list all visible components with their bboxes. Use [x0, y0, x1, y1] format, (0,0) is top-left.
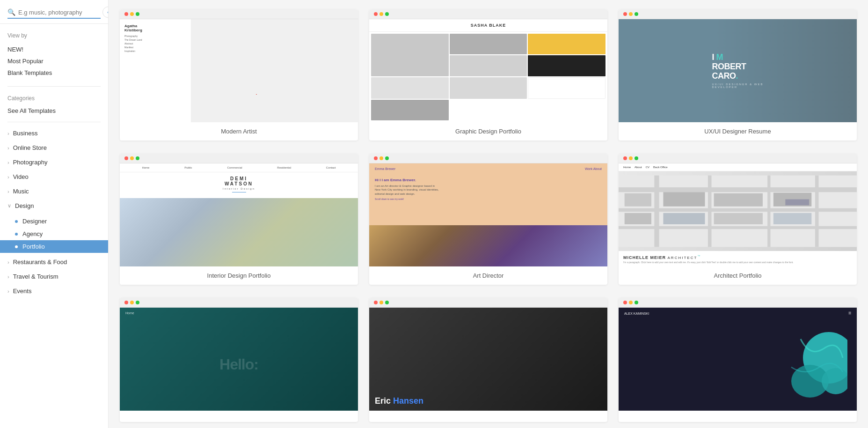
emma-intro-name: Hi I I am Emma Brewer. — [375, 178, 602, 182]
interior-name-block: DEMIWATSON Interior Design — [120, 172, 358, 198]
divider-1 — [7, 86, 101, 87]
gd-cell-8 — [528, 77, 605, 99]
browser-dot-yellow — [629, 12, 633, 16]
nav-restaurants[interactable]: › Restaurants & Food — [0, 255, 108, 269]
interior-nav-residential: Residential — [277, 166, 291, 169]
emma-brewer-name: Emma Brewer — [375, 167, 395, 170]
chevron-right-icon: › — [7, 274, 9, 280]
gd-cell-9 — [371, 100, 449, 120]
emma-work-about: Work About — [585, 167, 602, 170]
demi-watson-name: DEMIWATSON — [124, 176, 354, 186]
chevron-right-icon: › — [7, 259, 9, 265]
svg-line-13 — [256, 52, 258, 94]
alex-menu-icon: ☰ — [848, 311, 851, 315]
artist-nav-preview: PhotographyThe Dream LandAbstractManifes… — [124, 34, 186, 53]
svg-rect-27 — [625, 213, 651, 224]
browser-dot-green — [136, 156, 139, 160]
template-card-interior-design[interactable]: Home Public Commercial Residential Conta… — [120, 154, 358, 285]
svg-line-7 — [256, 68, 298, 94]
search-section: 🔍 — [0, 0, 108, 24]
arch-map-image — [619, 171, 857, 251]
svg-line-4 — [256, 56, 293, 94]
emma-scroll-text: Scroll down to see my work! — [375, 198, 602, 200]
template-card-ux-designer[interactable]: I M ROBERT CARO. UX/UI DESIGNER & WEBDEV… — [619, 9, 857, 140]
browser-dot-green — [635, 156, 638, 160]
nav-agency[interactable]: Agency — [0, 228, 108, 240]
architect-trademark: ™ — [697, 255, 700, 258]
template-card-architect[interactable]: Home About CV Back Office — [619, 154, 857, 285]
search-input[interactable] — [18, 9, 101, 16]
divider-2 — [7, 122, 101, 122]
template-card-hello[interactable]: Home Hello: — [120, 298, 358, 422]
rc-text-block: I M ROBERT CARO. UX/UI DESIGNER & WEBDEV… — [702, 44, 773, 97]
interior-room-image — [120, 198, 358, 266]
view-by-label: View by — [7, 32, 101, 39]
svg-rect-16 — [619, 187, 857, 192]
browser-dot-yellow — [379, 156, 383, 160]
sidebar: ‹ 🔍 View by NEW! Most Popular Blank Temp… — [0, 0, 109, 428]
browser-dot-yellow — [379, 12, 383, 16]
interior-nav-home: Home — [142, 166, 149, 169]
nav-online-store[interactable]: › Online Store — [0, 140, 108, 155]
browser-chrome — [619, 154, 857, 163]
template-card-art-director[interactable]: Emma Brewer Work About Hi I I am Emma Br… — [369, 154, 607, 285]
browser-chrome — [120, 298, 358, 308]
categories-label: Categories — [0, 90, 108, 103]
browser-dot-green — [385, 301, 389, 304]
nav-designer[interactable]: Designer — [0, 215, 108, 228]
browser-dot-green — [385, 12, 389, 16]
browser-dot-yellow — [629, 301, 633, 304]
nav-photography[interactable]: › Photography — [0, 155, 108, 170]
template-card-graphic-design[interactable]: SASHA BLAKE Graphic Design Portfolio — [369, 9, 607, 140]
gd-cell-7 — [450, 77, 527, 99]
view-by-blank-templates[interactable]: Blank Templates — [7, 67, 101, 79]
template-thumb-eric-hansen: Eric Hansen — [369, 308, 607, 411]
gd-cell-6 — [371, 77, 449, 99]
view-by-section: View by NEW! Most Popular Blank Template… — [0, 24, 108, 82]
svg-rect-24 — [663, 192, 705, 207]
gd-cell-2 — [450, 34, 527, 54]
chevron-right-icon: › — [7, 174, 9, 180]
template-name-hello — [120, 411, 358, 422]
svg-line-11 — [256, 51, 268, 94]
view-by-most-popular[interactable]: Most Popular — [7, 55, 101, 67]
eric-hansen-image: Eric Hansen — [369, 308, 607, 411]
svg-line-8 — [256, 73, 297, 94]
see-all-templates[interactable]: See All Templates — [0, 103, 108, 118]
arch-nav-about: About — [635, 166, 642, 169]
svg-rect-22 — [815, 176, 819, 247]
demi-watson-sub: Interior Design — [124, 187, 354, 190]
eric-name-block: Eric Hansen — [375, 397, 423, 405]
browser-dot-green — [635, 12, 638, 16]
ad-header: Emma Brewer Work About — [369, 163, 607, 174]
browser-dot-yellow — [130, 301, 134, 304]
svg-line-12 — [256, 52, 263, 94]
svg-rect-19 — [654, 176, 659, 247]
bullet-icon — [15, 233, 18, 236]
template-name-interior-design: Interior Design Portfolio — [120, 266, 358, 285]
browser-dot-red — [374, 156, 378, 160]
template-card-modern-artist[interactable]: AgathaKristiberg PhotographyThe Dream La… — [120, 9, 358, 140]
browser-dot-red — [124, 12, 128, 16]
view-by-new[interactable]: NEW! — [7, 44, 101, 55]
browser-dot-red — [374, 12, 378, 16]
nav-video[interactable]: › Video — [0, 170, 108, 184]
svg-line-14 — [254, 53, 256, 94]
template-thumb-modern-artist: AgathaKristiberg PhotographyThe Dream La… — [120, 19, 358, 122]
city-map-svg — [619, 171, 857, 251]
template-card-eric-hansen[interactable]: Eric Hansen — [369, 298, 607, 422]
svg-rect-18 — [619, 226, 857, 229]
arch-nav-cv: CV — [646, 166, 649, 169]
architect-word: ARCHITECT — [668, 256, 698, 260]
arch-nav-back: Back Office — [653, 166, 668, 169]
nav-travel[interactable]: › Travel & Tourism — [0, 269, 108, 284]
chevron-right-icon: › — [7, 131, 9, 136]
search-icon: 🔍 — [7, 8, 15, 16]
template-card-alex-kaminski[interactable]: ALEX KAMINSKI ☰ — [619, 298, 857, 422]
nav-design[interactable]: ∨ Design — [0, 199, 108, 213]
nav-events[interactable]: › Events — [0, 284, 108, 298]
nav-music[interactable]: › Music — [0, 184, 108, 199]
nav-portfolio[interactable]: Portfolio — [0, 240, 108, 253]
nav-business[interactable]: › Business — [0, 126, 108, 140]
browser-chrome — [369, 9, 607, 19]
